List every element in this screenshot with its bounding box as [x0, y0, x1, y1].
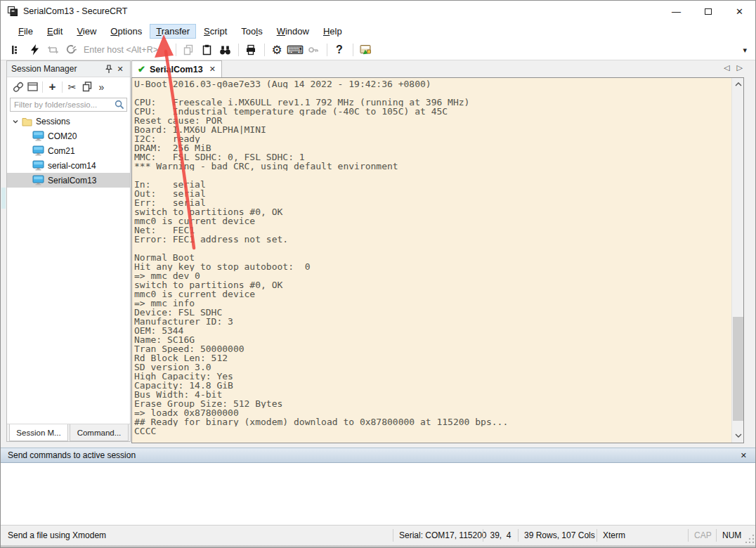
disconnect-icon[interactable] — [63, 42, 79, 58]
terminal-line: Manufacturer ID: 3 — [134, 317, 729, 326]
session-item[interactable]: SerialCom13 — [7, 173, 130, 188]
sessions-folder-row[interactable]: Sessions — [7, 114, 130, 129]
session-item[interactable]: Com21 — [7, 143, 130, 158]
session-manager-title: Session Manager — [11, 64, 103, 74]
terminal-line: Net: FEC1 — [134, 226, 729, 235]
session-item[interactable]: COM20 — [7, 129, 130, 143]
terminal-line: switch to partitions #0, OK — [134, 280, 729, 289]
session-filter-input[interactable] — [10, 98, 127, 112]
copy-pages-icon[interactable] — [79, 80, 94, 94]
menu-item[interactable]: Window — [271, 24, 315, 39]
tab-scroll-right-icon[interactable]: ▷ — [737, 63, 743, 72]
terminal-scrollbar[interactable] — [731, 78, 743, 443]
chevron-down-icon[interactable] — [11, 118, 20, 125]
panel-bottom-tabs: Session M... Command... — [7, 424, 130, 441]
menu-item[interactable]: Help — [317, 24, 348, 39]
menu-item[interactable]: Tools — [235, 24, 268, 39]
session-monitor-icon — [32, 175, 44, 185]
terminal-line: Tran Speed: 50000000 — [134, 344, 729, 353]
terminal-line: Name: SC16G — [134, 335, 729, 344]
active-session-tab[interactable]: ✔ SerialCom13 ✕ — [131, 60, 222, 77]
terminal-line: *** Warning - bad CRC, using default env… — [134, 162, 729, 171]
command-area — [1, 463, 756, 526]
close-button[interactable]: ✕ — [724, 1, 755, 22]
keymap-icon[interactable]: ⌨ — [287, 42, 304, 58]
terminal-line: Board: I.MX6U ALPHA|MINI — [134, 125, 729, 134]
tab-scroll-left-icon[interactable]: ◁ — [724, 63, 729, 72]
print-icon[interactable] — [242, 42, 259, 58]
resize-grip[interactable] — [745, 533, 755, 543]
connect-link-icon[interactable] — [11, 80, 25, 94]
terminal-line: switch to partitions #0, OK — [134, 207, 729, 216]
terminal-view[interactable]: U-Boot 2016.03-g0ae7e33 (Aug 14 2022 - 1… — [131, 77, 744, 443]
search-icon — [115, 100, 124, 110]
terminal-line: Bus Width: 4-bit — [134, 390, 729, 399]
minimize-button[interactable]: — — [660, 1, 692, 22]
terminal-line — [134, 89, 729, 98]
send-commands-bar: Send commands to active session ✕ — [1, 448, 756, 463]
terminal-line: Rd Block Len: 512 — [134, 353, 729, 363]
panel-tab[interactable]: Command... — [70, 424, 129, 441]
terminal-line: U-Boot 2016.03-g0ae7e33 (Aug 14 2022 - 1… — [134, 79, 729, 89]
terminal-line: => mmc info — [134, 299, 729, 308]
terminal-line: => loadx 0x87800000 — [134, 408, 729, 417]
menu-item[interactable]: View — [70, 24, 103, 39]
host-input[interactable] — [84, 45, 169, 55]
terminal-tab-bar: ✔ SerialCom13 ✕ ◁ ▷ — [131, 60, 745, 77]
menu-item[interactable]: Transfer — [150, 24, 196, 39]
menu-item[interactable]: Script — [197, 24, 233, 39]
panel-toolbar-separator — [62, 81, 63, 93]
connected-check-icon: ✔ — [138, 64, 145, 74]
session-window-icon[interactable] — [25, 80, 40, 94]
web-session-icon[interactable] — [357, 42, 374, 58]
panel-tab[interactable]: Session M... — [9, 424, 68, 441]
copy-icon[interactable] — [180, 42, 197, 58]
quick-connect-button[interactable] — [26, 42, 43, 58]
panel-overflow-icon[interactable]: » — [94, 80, 109, 94]
statusbar-segment: CAP — [688, 529, 716, 542]
scroll-up-icon[interactable] — [732, 78, 744, 90]
tab-close-icon[interactable]: ✕ — [209, 65, 216, 74]
title-bar: SerialCom13 - SecureCRT — ✕ — [1, 1, 755, 22]
help-icon[interactable]: ? — [331, 42, 348, 58]
terminal-line: CPU: Industrial temperature grade (-40C … — [134, 107, 729, 116]
terminal-line: SD version 3.0 — [134, 363, 729, 372]
terminal-line: Out: serial — [134, 189, 729, 198]
session-manager-panel: Session Manager ✕ + ✂ » — [6, 60, 131, 442]
toolbar-separator — [238, 44, 239, 56]
menu-item[interactable]: File — [12, 24, 39, 39]
pin-icon[interactable] — [103, 63, 115, 74]
send-commands-close-icon[interactable]: ✕ — [741, 451, 750, 460]
new-session-plus-icon[interactable]: + — [45, 80, 60, 94]
cut-scissors-icon[interactable]: ✂ — [65, 80, 79, 94]
panel-close-icon[interactable]: ✕ — [115, 63, 126, 74]
key-icon[interactable] — [305, 42, 322, 58]
window-title: SerialCom13 - SecureCRT — [23, 6, 127, 16]
find-icon[interactable] — [216, 42, 233, 58]
sessions-folder-label: Sessions — [36, 117, 70, 126]
statusbar-segment — [675, 529, 688, 542]
terminal-line: CPU: Freescale i.MX6ULL rev1.1 792 MHz (… — [134, 98, 729, 107]
command-input[interactable] — [1, 463, 756, 525]
terminal-line: DRAM: 256 MiB — [134, 143, 729, 152]
terminal-line: ## Ready for binary (xmodem) download to… — [134, 417, 729, 426]
maximize-button[interactable] — [692, 1, 724, 22]
terminal-line: Error: FEC1 address not set. — [134, 235, 729, 244]
scrollbar-thumb[interactable] — [733, 317, 743, 421]
terminal-output: U-Boot 2016.03-g0ae7e33 (Aug 14 2022 - 1… — [134, 79, 729, 436]
menu-item[interactable]: Options — [104, 24, 148, 39]
menu-item[interactable]: Edit — [41, 24, 69, 39]
statusbar-segment: Serial: COM17, 115200 — [393, 529, 483, 542]
toolbar-overflow-caret[interactable]: ▾ — [743, 46, 747, 55]
statusbar-segments: Serial: COM17, 11520039, 439 Rows, 107 C… — [393, 526, 745, 545]
scroll-down-icon[interactable] — [732, 429, 744, 441]
reconnect-icon[interactable] — [44, 42, 61, 58]
options-gear-icon[interactable]: ⚙ — [268, 42, 285, 58]
panel-toolbar-separator — [42, 81, 43, 93]
session-item[interactable]: serial-com14 — [7, 158, 130, 173]
session-manager-toggle-button[interactable] — [8, 42, 25, 58]
paste-icon[interactable] — [198, 42, 215, 58]
session-monitor-icon — [32, 145, 44, 156]
terminal-line: Normal Boot — [134, 253, 729, 262]
terminal-line: In: serial — [134, 180, 729, 189]
